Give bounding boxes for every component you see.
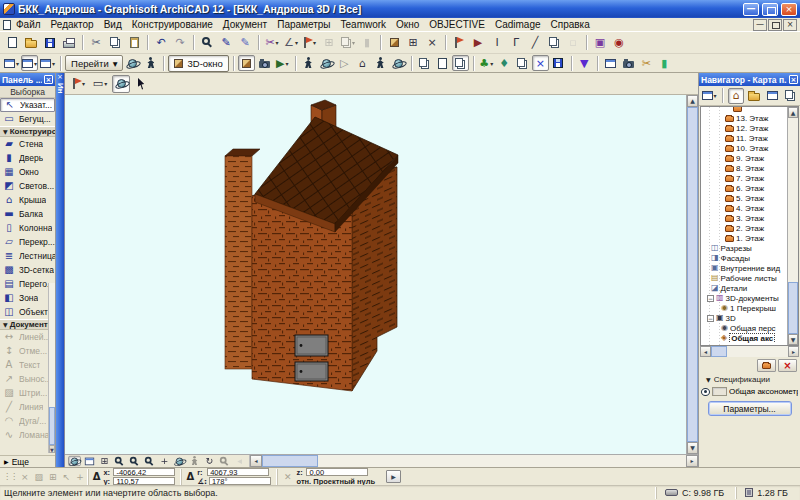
menu-item[interactable]: Конструирование — [127, 19, 218, 30]
tree-item[interactable]: ◫Разрезы — [703, 243, 786, 253]
sun-walk-icon[interactable] — [372, 55, 389, 71]
tree-item-story[interactable]: 2. Этаж — [703, 223, 786, 233]
brush-icon[interactable]: ▼ — [576, 55, 593, 71]
parameters-button[interactable]: Параметры... — [708, 401, 792, 416]
navigator-vscrollbar[interactable]: ▲▼ — [787, 107, 798, 345]
toolbox-tool[interactable]: ◩Светов... — [0, 179, 55, 193]
expander-icon[interactable]: − — [707, 315, 714, 322]
menu-item[interactable]: Редактор — [46, 19, 99, 30]
scrollbar-thumb[interactable] — [711, 346, 727, 357]
tree-item[interactable]: ◨Фасады — [703, 253, 786, 263]
detail-marker-icon[interactable]: ▶ — [469, 34, 487, 52]
coord-delete-icon[interactable]: × — [19, 472, 31, 482]
schedule-icon[interactable]: ⊞ — [404, 34, 422, 52]
scroll-up-icon[interactable]: ▲ — [687, 95, 698, 107]
teamwork-icon[interactable]: ▣ — [591, 34, 609, 52]
camera-icon[interactable] — [256, 55, 273, 71]
fit-in-window-icon[interactable]: ⊞ — [98, 456, 111, 466]
fly-mode-icon[interactable]: × — [532, 55, 549, 71]
toolbox-tool[interactable]: ▩3D-сетка — [0, 263, 55, 277]
z-input[interactable]: 0,00 — [306, 468, 368, 476]
save-view-icon[interactable] — [550, 55, 567, 71]
layout-book-icon[interactable] — [764, 88, 780, 104]
trim-icon[interactable]: ✂▾ — [263, 34, 281, 52]
restore-button[interactable] — [762, 3, 778, 16]
group-icon[interactable]: ▾ — [339, 34, 357, 52]
arrow-mode-icon[interactable] — [133, 75, 151, 93]
menu-item[interactable]: Параметры — [272, 19, 335, 30]
plant-element-icon[interactable]: ♣▾ — [478, 55, 495, 71]
viewport-vscrollbar[interactable]: ▲ ▼ — [686, 95, 698, 454]
toolbox-tool[interactable]: ↔Линей... — [0, 330, 55, 344]
toolbox-tool[interactable]: ▨Штри... — [0, 386, 55, 400]
child-minimize-button[interactable]: — — [753, 19, 767, 31]
look-to-icon[interactable]: ▷ — [336, 55, 353, 71]
document-icon[interactable] — [3, 20, 11, 30]
toolbox-section-document[interactable]: ▼ Документирование — [0, 319, 55, 330]
toolbox-tool[interactable]: ↖Указат... — [0, 98, 55, 112]
undo-icon[interactable]: ↶ — [152, 34, 170, 52]
menu-item[interactable]: Окно — [391, 19, 424, 30]
infobox-close-icon[interactable]: × — [57, 73, 63, 82]
box-icon[interactable]: ▫ — [564, 34, 582, 52]
tree-item[interactable]: ▣Внутренние вид — [703, 263, 786, 273]
copy-icon[interactable] — [106, 34, 124, 52]
zoom-rect-icon[interactable]: ▭▾ — [91, 75, 109, 93]
tree-group-3d-documents[interactable]: −▥3D-документы — [703, 293, 786, 303]
menu-item[interactable]: Документ — [218, 19, 272, 30]
orbit-tool-icon[interactable] — [68, 456, 81, 466]
tree-item-story[interactable]: 4. Этаж — [703, 203, 786, 213]
walk-tool-icon[interactable] — [188, 456, 201, 466]
tree-item-story[interactable]: 1. Этаж — [703, 233, 786, 243]
orbit-icon[interactable] — [124, 55, 141, 71]
toolbox-tool[interactable]: ▱Перекр... — [0, 235, 55, 249]
paste-icon[interactable] — [125, 34, 143, 52]
render-block-icon[interactable]: ▮ — [656, 55, 673, 71]
tree-item-story[interactable]: 3. Этаж — [703, 213, 786, 223]
text-style-icon[interactable]: I — [488, 34, 506, 52]
toolbox-tool[interactable]: ╱Линия — [0, 400, 55, 414]
window-tab-icon[interactable]: ▾ — [21, 55, 38, 71]
stamp-icon[interactable]: ◉ — [610, 34, 628, 52]
home-view-icon[interactable]: ⌂ — [354, 55, 371, 71]
toolbox-tool[interactable]: ◠Дуга/... — [0, 414, 55, 428]
orbit-3d-icon[interactable] — [173, 456, 186, 466]
tree-item[interactable]: ▤Рабочие листы — [703, 273, 786, 283]
marquee-mode-icon[interactable]: ▾ — [70, 75, 88, 93]
anchor-icon[interactable]: ♦ — [496, 55, 513, 71]
coordbar-handle[interactable]: ⋮⋮ — [3, 472, 17, 481]
tree-item-story[interactable]: 9. Этаж — [703, 153, 786, 163]
coordbar-more-button[interactable]: ▶ — [386, 470, 401, 483]
toolbox-tool[interactable]: ∿Ломаная — [0, 428, 55, 442]
specifications-header[interactable]: ▼ Спецификации — [699, 374, 800, 385]
3d-window-button[interactable]: 3D-окно — [168, 55, 228, 72]
render-camera-icon[interactable] — [620, 55, 637, 71]
toolbox-tool[interactable]: ≣Лестница — [0, 249, 55, 263]
new-folder-button[interactable] — [757, 359, 776, 372]
save-icon[interactable] — [41, 34, 59, 52]
scroll-down-icon[interactable]: ▼ — [49, 445, 55, 453]
flythrough-icon[interactable]: ▶▾ — [274, 55, 291, 71]
open-icon[interactable] — [22, 34, 40, 52]
refresh-icon[interactable]: ↻ — [203, 456, 216, 466]
scrollbar-thumb[interactable] — [788, 282, 798, 334]
toolbox-tool[interactable]: ◫Объект — [0, 305, 55, 319]
zoom-out-icon[interactable] — [143, 456, 156, 466]
tree-item[interactable]: ◍00 Траектор — [703, 343, 786, 346]
toolbox-titlebar[interactable]: Панель ... × — [0, 73, 55, 86]
toolbox-tool[interactable]: ▬Балка — [0, 207, 55, 221]
scroll-up-icon[interactable]: ▲ — [788, 107, 798, 118]
render-settings-icon[interactable]: ✂ — [638, 55, 655, 71]
navigator-titlebar[interactable]: Навигатор - Карта п... × — [699, 73, 800, 86]
scrollbar-thumb[interactable] — [687, 107, 698, 442]
child-restore-button[interactable] — [768, 19, 782, 31]
coord-plus-icon[interactable]: + — [74, 472, 86, 482]
menu-item[interactable]: Файл — [11, 19, 46, 30]
window-dock-icon[interactable]: ▾ — [39, 55, 56, 71]
split-icon[interactable]: ∠▾ — [282, 34, 300, 52]
intersect-icon[interactable]: ⊞ — [320, 34, 338, 52]
tree-item-story[interactable]: 5. Этаж — [703, 193, 786, 203]
trace-reference-icon[interactable] — [452, 55, 469, 71]
zoom-options-icon[interactable] — [113, 456, 126, 466]
publisher-icon[interactable] — [782, 88, 798, 104]
